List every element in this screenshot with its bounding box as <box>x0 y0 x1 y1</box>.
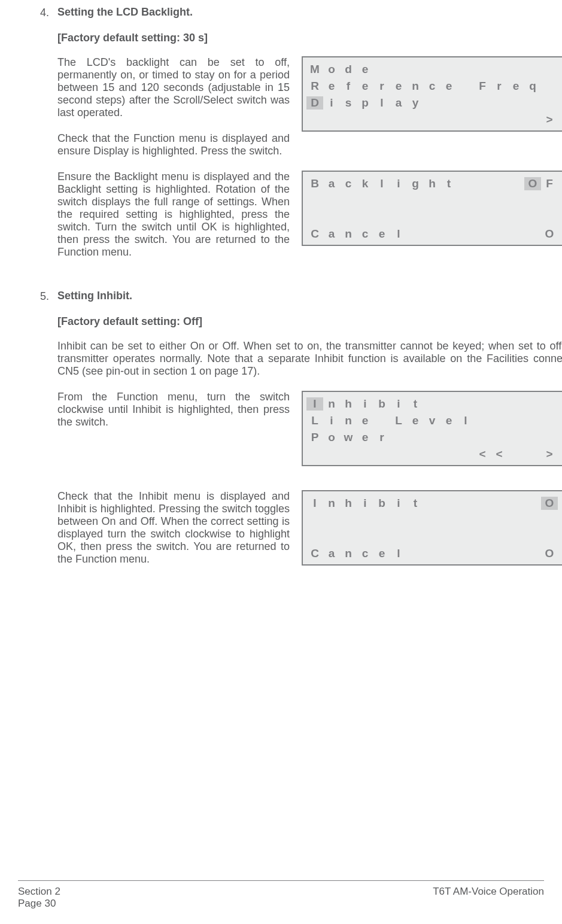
lcd-cell: b <box>373 397 390 411</box>
lcd-cell: < <box>474 448 491 461</box>
lcd-cell: O <box>541 227 558 241</box>
lcd-cell: O <box>541 497 558 510</box>
lcd-cell: b <box>373 497 390 510</box>
lcd-cell: i <box>323 96 340 110</box>
lcd-cell: n <box>340 547 357 560</box>
lcd-cell: e <box>508 80 524 93</box>
footer-left: Section 2 Page 30 <box>18 886 60 910</box>
lcd-cell: B <box>306 177 323 190</box>
body-text: From the Function menu, turn the switch … <box>57 391 290 428</box>
lcd-cell: i <box>390 177 407 190</box>
lcd-cell: I <box>306 497 323 510</box>
body-text: Check that the Inhibit menu is displayed… <box>57 490 290 566</box>
lcd-cell: o <box>323 63 340 76</box>
lcd-cell: O <box>541 547 558 560</box>
lcd-cell: g <box>407 177 424 190</box>
lcd-cell: k <box>357 177 373 190</box>
lcd-cell: > <box>541 113 558 126</box>
list-number: 5. <box>32 290 49 303</box>
lcd-cell: D <box>306 96 323 110</box>
lcd-cell: e <box>390 80 407 93</box>
lcd-cell: e <box>323 80 340 93</box>
lcd-cell: i <box>323 414 340 427</box>
lcd-cell: K <box>558 227 562 241</box>
lcd-cell: w <box>340 431 357 444</box>
lcd-cell: e <box>357 63 373 76</box>
lcd-cell: r <box>491 80 508 93</box>
lcd-display-backlight: BacklightOFFCancelOK <box>302 171 562 246</box>
lcd-display-inhibit-menu: InhibitLineLevelPower<<>> <box>302 391 562 466</box>
lcd-cell: P <box>306 431 323 444</box>
lcd-cell: n <box>323 397 340 411</box>
lcd-cell: M <box>306 63 323 76</box>
footer-section: Section 2 <box>18 886 60 898</box>
body-text: The LCD's backlight can be set to off, p… <box>57 56 290 119</box>
lcd-cell: N <box>558 497 562 510</box>
lcd-cell: F <box>541 177 558 190</box>
lcd-cell: t <box>407 397 424 411</box>
default-setting: [Factory default setting: Off] <box>57 315 562 328</box>
lcd-cell: L <box>306 414 323 427</box>
body-text: Inhibit can be set to either On or Off. … <box>57 340 562 378</box>
lcd-cell: e <box>441 414 457 427</box>
lcd-cell: c <box>424 80 441 93</box>
section-heading: Setting Inhibit. <box>57 290 562 302</box>
lcd-cell: e <box>373 547 390 560</box>
lcd-cell: t <box>441 177 457 190</box>
lcd-cell: c <box>340 177 357 190</box>
lcd-cell: c <box>357 547 373 560</box>
lcd-cell: h <box>340 497 357 510</box>
lcd-cell: F <box>558 177 562 190</box>
lcd-cell: t <box>407 497 424 510</box>
lcd-cell: < <box>491 448 508 461</box>
section-heading: Setting the LCD Backlight. <box>57 6 562 19</box>
lcd-cell: e <box>357 414 373 427</box>
lcd-cell: n <box>407 80 424 93</box>
lcd-cell: C <box>306 227 323 241</box>
lcd-cell: i <box>357 397 373 411</box>
lcd-cell: y <box>407 96 424 110</box>
lcd-cell: a <box>323 547 340 560</box>
lcd-cell: e <box>357 431 373 444</box>
lcd-cell: > <box>541 448 558 461</box>
lcd-cell: a <box>323 227 340 241</box>
lcd-cell: C <box>306 547 323 560</box>
lcd-cell: n <box>323 497 340 510</box>
lcd-cell: > <box>558 113 562 126</box>
lcd-cell: n <box>340 227 357 241</box>
list-number: 4. <box>32 6 49 19</box>
lcd-cell: e <box>441 80 457 93</box>
lcd-cell: O <box>524 177 541 190</box>
lcd-cell: a <box>390 96 407 110</box>
lcd-cell: F <box>474 80 491 93</box>
lcd-cell: i <box>357 497 373 510</box>
lcd-cell: p <box>357 96 373 110</box>
lcd-cell: h <box>424 177 441 190</box>
lcd-cell: e <box>407 414 424 427</box>
lcd-display-inhibit-setting: InhibitONCancelOK <box>302 490 562 566</box>
lcd-cell: e <box>373 227 390 241</box>
lcd-cell: e <box>357 80 373 93</box>
lcd-cell: I <box>306 397 323 411</box>
lcd-cell: l <box>457 414 474 427</box>
lcd-cell: l <box>373 177 390 190</box>
lcd-cell: v <box>424 414 441 427</box>
lcd-cell: r <box>373 80 390 93</box>
body-text: Check that the Function menu is displaye… <box>57 132 290 157</box>
lcd-cell: i <box>390 397 407 411</box>
lcd-cell: L <box>390 414 407 427</box>
lcd-cell: q <box>524 80 541 93</box>
lcd-cell: f <box>340 80 357 93</box>
lcd-cell: h <box>340 397 357 411</box>
lcd-cell: l <box>390 227 407 241</box>
footer-divider <box>18 880 544 881</box>
lcd-display-mode: ModeReferenceFreqDisplay>> <box>302 56 562 132</box>
footer-right: T6T AM-Voice Operation <box>433 886 544 910</box>
lcd-cell: n <box>340 414 357 427</box>
lcd-cell: c <box>357 227 373 241</box>
lcd-cell: R <box>306 80 323 93</box>
lcd-cell: l <box>373 96 390 110</box>
lcd-cell: s <box>340 96 357 110</box>
footer-page: Page 30 <box>18 898 60 910</box>
lcd-cell: > <box>558 448 562 461</box>
